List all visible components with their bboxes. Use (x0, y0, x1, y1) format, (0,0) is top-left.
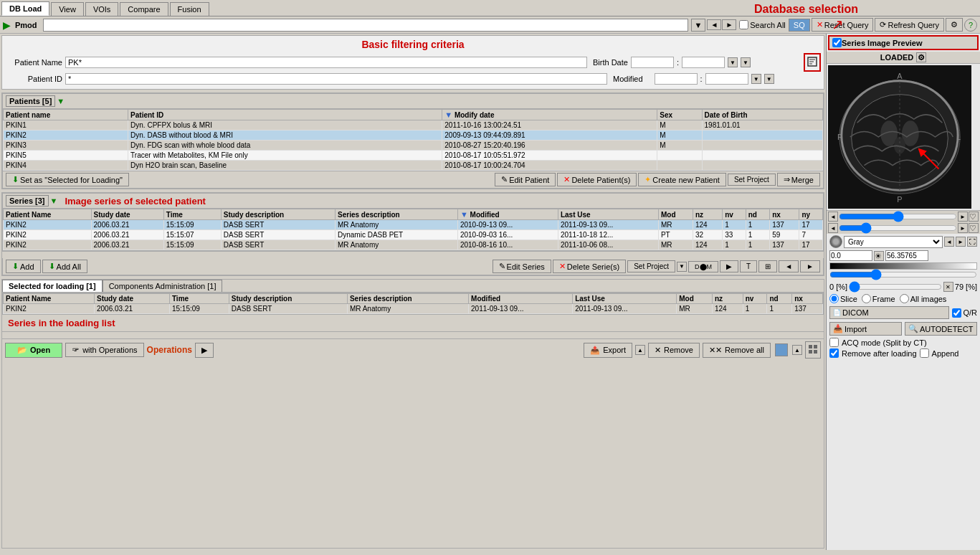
loading-table-container[interactable]: Patient Name Study date Time Study descr… (2, 293, 824, 315)
slice-radio[interactable] (829, 294, 839, 303)
search-all-checkbox[interactable] (739, 20, 748, 29)
birth-date-from[interactable] (631, 57, 674, 68)
color-prev[interactable]: ◄ (944, 237, 954, 247)
percent-x[interactable]: ✕ (943, 282, 953, 292)
col-patient-id[interactable]: Patient ID (128, 110, 442, 120)
export-button[interactable]: 📤 Export (584, 343, 632, 358)
dicom-series-btn[interactable]: D⬤M (688, 261, 718, 272)
table-row[interactable]: PKIN3 Dyn. FDG scan with whole blood dat… (4, 141, 823, 151)
col-ldate[interactable]: Study date (95, 294, 170, 304)
merge-button[interactable]: ⇒ Merge (777, 173, 820, 186)
percent-slider[interactable] (849, 283, 942, 291)
qr-checkbox[interactable] (952, 308, 961, 318)
col-ltime[interactable]: Time (169, 294, 229, 304)
calendar-icon[interactable]: ▼ (728, 57, 738, 67)
col-lnd[interactable]: nd (767, 294, 792, 304)
open-button[interactable]: 📂 Open (5, 343, 62, 358)
table-row[interactable]: PKIN5 Tracer with Metabolites, KM File o… (4, 151, 823, 161)
loaded-settings[interactable]: ⚙ (916, 52, 926, 62)
max-value-input[interactable] (885, 250, 928, 261)
table-row[interactable]: PKIN22006.03.2115:15:09DASB SERT MR Anat… (4, 304, 823, 314)
tab-compare[interactable]: Compare (120, 2, 168, 16)
patients-expand[interactable]: ▼ (57, 97, 65, 105)
tab-vois[interactable]: VOIs (85, 2, 118, 16)
col-modify-date[interactable]: ▼ Modify date (442, 110, 657, 120)
export-up-arrow[interactable]: ▲ (635, 345, 645, 355)
append-checkbox[interactable] (920, 348, 929, 358)
help-button[interactable]: ? (964, 19, 977, 32)
loading-scrollbar[interactable] (2, 331, 824, 338)
dropdown-button[interactable]: ▼ (691, 19, 706, 32)
delete-patient-button[interactable]: ✕ Delete Patient(s) (557, 173, 637, 186)
add-series-button[interactable]: ⬇ Add (6, 260, 41, 273)
col-sex[interactable]: Sex (657, 110, 702, 120)
slice-slider[interactable] (839, 212, 957, 222)
col-sny[interactable]: ny (799, 209, 823, 220)
col-snz[interactable]: nz (693, 209, 722, 220)
table-row[interactable]: PKIN2 Dyn. DASB without blood & MRI 2009… (4, 131, 823, 141)
set-project-series-button[interactable]: Set Project (627, 260, 675, 272)
col-sstudy[interactable]: Study description (221, 209, 335, 220)
text-series-btn[interactable]: T (740, 260, 757, 272)
col-snv[interactable]: nv (723, 209, 746, 220)
modified-to[interactable] (705, 73, 748, 85)
extra-filter-button[interactable] (804, 53, 821, 72)
heart-icon[interactable]: ♡ (969, 212, 979, 222)
series-dropdown[interactable]: ▼ (677, 262, 687, 272)
col-lstudy[interactable]: Study description (229, 294, 347, 304)
tab-db-load[interactable]: DB Load (1, 1, 49, 16)
all-images-radio[interactable] (900, 294, 909, 303)
color-select[interactable]: Gray (844, 236, 943, 248)
table-row[interactable]: PKIN22006.03.2115:15:09DASB SERT MR Anat… (4, 240, 823, 250)
edit-patient-button[interactable]: ✎ Edit Patient (495, 173, 556, 186)
next-slice-btn[interactable]: ► (958, 212, 968, 222)
tab-selected-loading[interactable]: Selected for loading [1] (2, 280, 103, 292)
set-selected-button[interactable]: ⬇ Set as "Selected for Loading" (6, 173, 129, 186)
col-lnz[interactable]: nz (713, 294, 743, 304)
gradient-slider[interactable] (829, 270, 977, 279)
acq-mode-checkbox[interactable] (829, 338, 839, 347)
frame-radio[interactable] (862, 294, 871, 303)
col-snx[interactable]: nx (770, 209, 799, 220)
col-snd[interactable]: nd (746, 209, 769, 220)
series-scrollbar[interactable] (2, 251, 824, 258)
prev-arrow[interactable]: ◄ (707, 19, 721, 30)
next-frame-btn[interactable]: ► (958, 223, 968, 233)
tab-components-admin[interactable]: Components Administration [1] (103, 280, 223, 292)
operations-button[interactable]: 🖙 with Operations (65, 343, 143, 357)
birth-date-options[interactable]: ▼ (741, 57, 751, 67)
series-table-container[interactable]: Patient Name Study date Time Study descr… (2, 208, 824, 251)
col-slastuse[interactable]: Last Use (558, 209, 658, 220)
add-all-button[interactable]: ⬇ Add All (42, 260, 87, 273)
col-sname[interactable]: Patient Name (4, 209, 92, 220)
import-button[interactable]: 📥 Import (829, 322, 902, 336)
col-smodified[interactable]: ▼ Modified (457, 209, 558, 220)
color-next[interactable]: ► (956, 237, 966, 247)
color-fullscreen[interactable]: ⛶ (967, 237, 977, 247)
col-lseries[interactable]: Series description (347, 294, 468, 304)
remove-button[interactable]: ✕ Remove (648, 343, 700, 358)
table-row[interactable]: PKIN22006.03.2115:15:07DASB SERT Dynamic… (4, 230, 823, 240)
table-row[interactable]: PKIN4 Dyn H2O brain scan, Baseline 2010-… (4, 161, 823, 171)
tab-view[interactable]: View (51, 2, 84, 16)
dicom-button[interactable]: 📄 DICOM (829, 306, 949, 319)
settings-button[interactable]: ⚙ (946, 18, 963, 32)
col-stime[interactable]: Time (163, 209, 221, 220)
play-button[interactable]: ▶ (3, 19, 11, 31)
remove-all-button[interactable]: ✕✕ Remove all (703, 343, 771, 358)
play-loading-btn[interactable]: ▶ (195, 343, 214, 358)
series-expand[interactable]: ▼ (50, 196, 58, 205)
modified-options[interactable]: ▼ (764, 74, 774, 84)
tab-fusion[interactable]: Fusion (170, 2, 209, 16)
create-patient-button[interactable]: ✦ Create new Patient (638, 173, 726, 186)
sq-button[interactable]: SQ (789, 19, 810, 32)
prev-slice-btn[interactable]: ◄ (828, 212, 838, 222)
col-lnx[interactable]: nx (792, 294, 823, 304)
table-row[interactable]: PKIN1 Dyn. CPFPX bolus & MRI 2011-10-16 … (4, 120, 823, 131)
delete-series-button[interactable]: ✕ Delete Serie(s) (553, 260, 626, 273)
col-sdate[interactable]: Study date (91, 209, 163, 220)
col-llastuse[interactable]: Last Use (573, 294, 677, 304)
col-dob[interactable]: Date of Birth (702, 110, 822, 120)
frame-slider[interactable] (839, 223, 957, 233)
heart2-icon[interactable]: ♡ (969, 223, 979, 233)
